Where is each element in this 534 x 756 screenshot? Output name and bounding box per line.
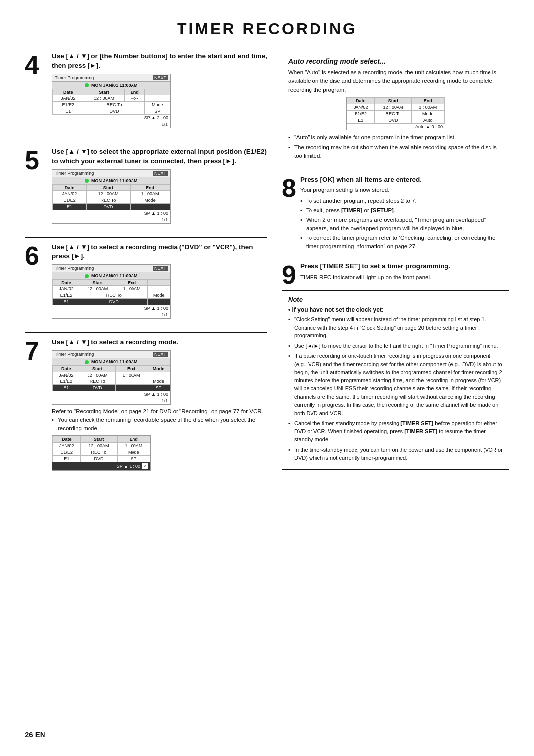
screen-4-sp: SP ▲ 2 : 00 [52, 115, 170, 121]
step-4-number: 4 [25, 52, 47, 131]
checkmark-icon: ✓ [142, 463, 148, 469]
step-5-title: Use [▲ / ▼] to select the appropriate ex… [52, 147, 267, 166]
page: TIMER RECORDING 4 Use [▲ / ▼] or [the Nu… [0, 0, 534, 756]
step-6-content: Use [▲ / ▼] to select a recording media … [52, 243, 267, 322]
screen-5-header: Timer Programming NEXT [52, 170, 170, 177]
screen-6-footer: 1/1 [52, 311, 170, 318]
step-7-screen: Timer Programming NEXT MON JAN/01 11:00A… [52, 350, 171, 405]
step-6: 6 Use [▲ / ▼] to select a recording medi… [25, 243, 267, 322]
screen-6-header: Timer Programming NEXT [52, 265, 170, 272]
screen-6-date: MON JAN/01 11:00AM [52, 272, 170, 279]
list-item: You can check the remaining recordable s… [52, 416, 267, 433]
table-row: E1/E2 REC To Mode [53, 378, 170, 385]
step-8-number: 8 [282, 175, 296, 201]
step-5-content: Use [▲ / ▼] to select the appropriate ex… [52, 147, 267, 226]
screen-7-table: Date Start End Mode JAN/02 12 : 00AM [52, 365, 170, 391]
page-number: 26 EN [25, 730, 45, 739]
step-4: 4 Use [▲ / ▼] or [the Number buttons] to… [25, 52, 267, 131]
screen-4-footer: 1/1 [52, 121, 170, 128]
list-item: To exit, press [TIMER] or [SETUP]. [300, 206, 509, 215]
table-row: JAN/02 12 : 00AM 1 : 00AM [53, 190, 170, 197]
screen-5-sp: SP ▲ 1 : 00 [52, 210, 170, 216]
screen-4-header-left: Timer Programming [55, 75, 94, 80]
step-7-title: Use [▲ / ▼] to select a recording mode. [52, 338, 267, 347]
table-row: E1 DVD SP [53, 108, 170, 114]
step-7-number: 7 [25, 338, 47, 473]
list-item: When 2 or more programs are overlapped, … [300, 216, 509, 233]
step-7-bullets: You can check the remaining recordable s… [52, 416, 267, 433]
table-row: E1/E2 REC To Mode [53, 197, 170, 203]
list-item: “Clock Setting” menu will appear instead… [288, 315, 503, 340]
table-row-highlighted: E1 DVD [53, 299, 170, 305]
step-4-title: Use [▲ / ▼] or [the Number buttons] to e… [52, 52, 267, 71]
green-dot-icon [85, 83, 89, 87]
table-row: E1 DVD SP [53, 455, 150, 462]
list-item: To correct the timer program refer to “C… [300, 234, 509, 251]
right-column: Auto recording mode select... When "Auto… [282, 52, 509, 484]
step-6-title: Use [▲ / ▼] to select a recording media … [52, 243, 267, 262]
table-row: E1/E2 REC To Mode [53, 449, 150, 455]
auto-recording-screen: Date Start End JAN/02 12 : 00AM 1 : 00AM [346, 97, 445, 130]
table-row: E1/E2 REC To Mode [347, 110, 445, 117]
screen-5-table: Date Start End JAN/02 12 : 00AM 1 : 00AM [52, 184, 170, 210]
auto-screen-footer: Auto ▲ 0 : 00 [347, 124, 445, 130]
list-item: The recording may be cut short when the … [288, 143, 503, 161]
screen-7-date: MON JAN/01 11:00AM [52, 358, 170, 365]
step-9: 9 Press [TIMER SET] to set a timer progr… [282, 262, 509, 282]
step-5: 5 Use [▲ / ▼] to select the appropriate … [25, 147, 267, 226]
step-6-number: 6 [25, 243, 47, 322]
screen-4-header: Timer Programming NEXT [52, 74, 170, 82]
step-8-title: Press [OK] when all items are entered. [300, 175, 509, 185]
step-7-refer: Refer to "Recording Mode" on page 21 for… [52, 407, 267, 433]
screen-7-header: Timer Programming NEXT [52, 351, 170, 358]
screen-4-date: MON JAN/01 11:00AM [52, 82, 170, 89]
note-title: Note [288, 296, 503, 303]
green-dot-3-icon [85, 274, 89, 278]
step-8-intro: Your program setting is now stored. [300, 186, 509, 194]
list-item: “Auto” is only available for one program… [288, 133, 503, 142]
page-title: TIMER RECORDING [25, 20, 509, 38]
step-9-title: Press [TIMER SET] to set a timer program… [300, 262, 509, 271]
step-8-body: Your program setting is now stored. To s… [300, 186, 509, 251]
divider-3 [25, 332, 267, 333]
table-row-highlighted: E1 DVD SP [53, 385, 170, 391]
table-row: E1 DVD Auto [347, 117, 445, 123]
note-box: Note • If you have not set the clock yet… [282, 290, 509, 470]
table-row-highlighted: E1 DVD [53, 203, 170, 210]
step-8-bullets: To set another program, repeat steps 2 t… [300, 197, 509, 251]
list-item: If a basic recording or one-touch timer … [288, 352, 503, 417]
table-row: JAN/02 12 : 00AM 1 : 00AM [53, 286, 170, 292]
screen-5-date: MON JAN/01 11:00AM [52, 177, 170, 184]
screen-7-footer: 1/1 [52, 397, 170, 404]
left-column: 4 Use [▲ / ▼] or [the Number buttons] to… [25, 52, 267, 484]
note-paragraphs: “Clock Setting” menu will appear instead… [288, 315, 503, 462]
step-9-content: Press [TIMER SET] to set a timer program… [300, 262, 509, 282]
list-item: To set another program, repeat steps 2 t… [300, 197, 509, 205]
divider-2 [25, 237, 267, 238]
table-row: JAN/02 12 : 00AM 1 : 00AM [53, 372, 170, 378]
screen-5-footer: 1/1 [52, 216, 170, 223]
step-4-screen: Timer Programming NEXT MON JAN/01 11:00A… [52, 74, 171, 128]
list-item: In the timer-standby mode, you can turn … [288, 446, 503, 462]
screen-7b-table: Date Start End JAN/02 12 : 00AM 1 : 00AM [52, 436, 150, 462]
screen-6-table: Date Start End JAN/02 12 : 00AM [52, 279, 170, 305]
table-row: E1/E2 REC To Mode [53, 292, 170, 299]
step-7-content: Use [▲ / ▼] to select a recording mode. … [52, 338, 267, 473]
note-subtitle: • If you have not set the clock yet: [288, 306, 503, 313]
divider-1 [25, 142, 267, 142]
step-8: 8 Press [OK] when all items are entered.… [282, 175, 509, 253]
screen-6-sp: SP ▲ 1 : 00 [52, 305, 170, 311]
step-9-number: 9 [282, 262, 296, 287]
green-dot-2-icon [85, 179, 89, 183]
step-8-content: Press [OK] when all items are entered. Y… [300, 175, 509, 253]
step-4-content: Use [▲ / ▼] or [the Number buttons] to e… [52, 52, 267, 131]
step-6-screen: Timer Programming NEXT MON JAN/01 11:00A… [52, 264, 171, 319]
auto-screen-table: Date Start End JAN/02 12 : 00AM 1 : 00AM [347, 97, 445, 124]
auto-recording-intro: When "Auto" is selected as a recording m… [288, 68, 503, 94]
table-row: JAN/02 12 : 00AM 1 : 00AM [53, 442, 150, 449]
auto-recording-title: Auto recording mode select... [288, 57, 503, 65]
screen-7-sp: SP ▲ 1 : 00 [52, 391, 170, 397]
step-9-text: TIMER REC indicator will light up on the… [300, 273, 509, 282]
auto-recording-bullets: “Auto” is only available for one program… [288, 133, 503, 161]
table-row: E1/E2 REC To Mode [53, 101, 170, 108]
